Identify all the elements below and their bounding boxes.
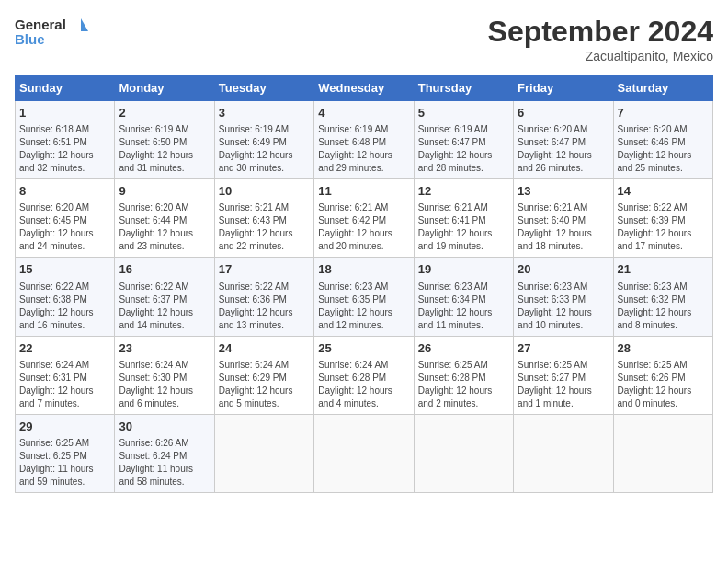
table-cell: 14Sunrise: 6:22 AM Sunset: 6:39 PM Dayli… [613,179,712,258]
day-content: Sunrise: 6:23 AM Sunset: 6:35 PM Dayligh… [318,281,409,332]
table-cell: 5Sunrise: 6:19 AM Sunset: 6:47 PM Daylig… [414,101,513,179]
day-number: 23 [119,340,210,357]
day-content: Sunrise: 6:25 AM Sunset: 6:28 PM Dayligh… [418,359,509,410]
day-content: Sunrise: 6:21 AM Sunset: 6:43 PM Dayligh… [219,201,310,253]
col-thursday: Thursday [414,75,513,101]
day-number: 15 [19,261,110,278]
day-content: Sunrise: 6:26 AM Sunset: 6:24 PM Dayligh… [119,437,210,488]
table-cell: 7Sunrise: 6:20 AM Sunset: 6:46 PM Daylig… [613,101,712,179]
table-cell [613,414,712,492]
day-number: 24 [219,340,310,357]
day-content: Sunrise: 6:20 AM Sunset: 6:45 PM Dayligh… [19,201,110,253]
table-cell: 29Sunrise: 6:25 AM Sunset: 6:25 PM Dayli… [16,414,115,492]
day-number: 12 [418,183,509,200]
table-cell: 2Sunrise: 6:19 AM Sunset: 6:50 PM Daylig… [115,101,214,179]
day-content: Sunrise: 6:19 AM Sunset: 6:49 PM Dayligh… [219,123,310,175]
table-cell [514,414,613,492]
calendar-row: 22Sunrise: 6:24 AM Sunset: 6:31 PM Dayli… [16,336,713,414]
table-cell: 10Sunrise: 6:21 AM Sunset: 6:43 PM Dayli… [214,179,313,258]
day-number: 14 [618,183,709,200]
calendar-row: 15Sunrise: 6:22 AM Sunset: 6:38 PM Dayli… [16,258,713,336]
day-content: Sunrise: 6:19 AM Sunset: 6:50 PM Dayligh… [119,123,210,175]
day-content: Sunrise: 6:23 AM Sunset: 6:32 PM Dayligh… [618,281,709,332]
table-cell [214,414,313,492]
table-cell: 28Sunrise: 6:25 AM Sunset: 6:26 PM Dayli… [613,336,712,414]
day-number: 13 [518,183,609,200]
header-row: Sunday Monday Tuesday Wednesday Thursday… [16,75,713,101]
day-content: Sunrise: 6:19 AM Sunset: 6:48 PM Dayligh… [318,123,409,175]
day-number: 28 [618,340,709,357]
table-cell [414,414,513,492]
day-content: Sunrise: 6:19 AM Sunset: 6:47 PM Dayligh… [418,123,509,175]
table-cell: 19Sunrise: 6:23 AM Sunset: 6:34 PM Dayli… [414,258,513,336]
table-cell: 16Sunrise: 6:22 AM Sunset: 6:37 PM Dayli… [115,258,214,336]
calendar-row: 8Sunrise: 6:20 AM Sunset: 6:45 PM Daylig… [16,179,713,258]
day-number: 30 [119,419,210,435]
day-number: 3 [219,105,310,121]
svg-text:Blue: Blue [15,31,45,47]
day-number: 7 [618,105,709,121]
day-number: 16 [119,261,210,278]
day-content: Sunrise: 6:21 AM Sunset: 6:42 PM Dayligh… [318,201,409,253]
day-content: Sunrise: 6:25 AM Sunset: 6:26 PM Dayligh… [618,359,709,410]
day-number: 4 [318,105,409,121]
day-content: Sunrise: 6:23 AM Sunset: 6:33 PM Dayligh… [518,281,609,332]
col-friday: Friday [514,75,613,101]
day-content: Sunrise: 6:24 AM Sunset: 6:30 PM Dayligh… [119,359,210,410]
table-cell: 23Sunrise: 6:24 AM Sunset: 6:30 PM Dayli… [115,336,214,414]
col-tuesday: Tuesday [214,75,313,101]
table-cell [314,414,414,492]
month-title: September 2024 [488,15,713,49]
table-cell: 9Sunrise: 6:20 AM Sunset: 6:44 PM Daylig… [115,179,214,258]
day-number: 19 [418,261,509,278]
table-cell: 17Sunrise: 6:22 AM Sunset: 6:36 PM Dayli… [214,258,313,336]
day-number: 9 [119,183,210,200]
day-number: 29 [19,419,110,435]
day-number: 6 [518,105,609,121]
page-header: General Blue September 2024 Zacualtipani… [15,15,713,63]
table-cell: 4Sunrise: 6:19 AM Sunset: 6:48 PM Daylig… [314,101,414,179]
table-cell: 6Sunrise: 6:20 AM Sunset: 6:47 PM Daylig… [514,101,613,179]
day-number: 10 [219,183,310,200]
day-content: Sunrise: 6:25 AM Sunset: 6:27 PM Dayligh… [518,359,609,410]
svg-marker-2 [81,18,88,31]
day-number: 25 [318,340,409,357]
table-cell: 21Sunrise: 6:23 AM Sunset: 6:32 PM Dayli… [613,258,712,336]
day-number: 18 [318,261,409,278]
day-content: Sunrise: 6:24 AM Sunset: 6:31 PM Dayligh… [19,359,110,410]
col-wednesday: Wednesday [314,75,414,101]
day-content: Sunrise: 6:20 AM Sunset: 6:44 PM Dayligh… [119,201,210,253]
table-cell: 3Sunrise: 6:19 AM Sunset: 6:49 PM Daylig… [214,101,313,179]
svg-text:General: General [15,17,66,32]
table-cell: 1Sunrise: 6:18 AM Sunset: 6:51 PM Daylig… [16,101,115,179]
day-number: 27 [518,340,609,357]
calendar-row: 1Sunrise: 6:18 AM Sunset: 6:51 PM Daylig… [16,101,713,179]
day-number: 17 [219,261,310,278]
day-content: Sunrise: 6:20 AM Sunset: 6:46 PM Dayligh… [618,123,709,175]
table-cell: 30Sunrise: 6:26 AM Sunset: 6:24 PM Dayli… [115,414,214,492]
logo-svg: General Blue [15,15,88,48]
day-number: 8 [19,183,110,200]
calendar-row: 29Sunrise: 6:25 AM Sunset: 6:25 PM Dayli… [16,414,713,492]
day-number: 20 [518,261,609,278]
day-content: Sunrise: 6:24 AM Sunset: 6:28 PM Dayligh… [318,359,409,410]
table-cell: 12Sunrise: 6:21 AM Sunset: 6:41 PM Dayli… [414,179,513,258]
col-saturday: Saturday [613,75,712,101]
table-cell: 13Sunrise: 6:21 AM Sunset: 6:40 PM Dayli… [514,179,613,258]
day-number: 11 [318,183,409,200]
day-content: Sunrise: 6:20 AM Sunset: 6:47 PM Dayligh… [518,123,609,175]
day-content: Sunrise: 6:22 AM Sunset: 6:37 PM Dayligh… [119,281,210,332]
table-cell: 15Sunrise: 6:22 AM Sunset: 6:38 PM Dayli… [16,258,115,336]
location-title: Zacualtipanito, Mexico [488,49,713,63]
day-content: Sunrise: 6:23 AM Sunset: 6:34 PM Dayligh… [418,281,509,332]
col-sunday: Sunday [16,75,115,101]
day-content: Sunrise: 6:25 AM Sunset: 6:25 PM Dayligh… [19,437,110,488]
table-cell: 20Sunrise: 6:23 AM Sunset: 6:33 PM Dayli… [514,258,613,336]
day-number: 21 [618,261,709,278]
day-content: Sunrise: 6:24 AM Sunset: 6:29 PM Dayligh… [219,359,310,410]
day-content: Sunrise: 6:22 AM Sunset: 6:39 PM Dayligh… [618,201,709,253]
day-number: 26 [418,340,509,357]
title-area: September 2024 Zacualtipanito, Mexico [488,15,713,63]
table-cell: 27Sunrise: 6:25 AM Sunset: 6:27 PM Dayli… [514,336,613,414]
day-number: 2 [119,105,210,121]
